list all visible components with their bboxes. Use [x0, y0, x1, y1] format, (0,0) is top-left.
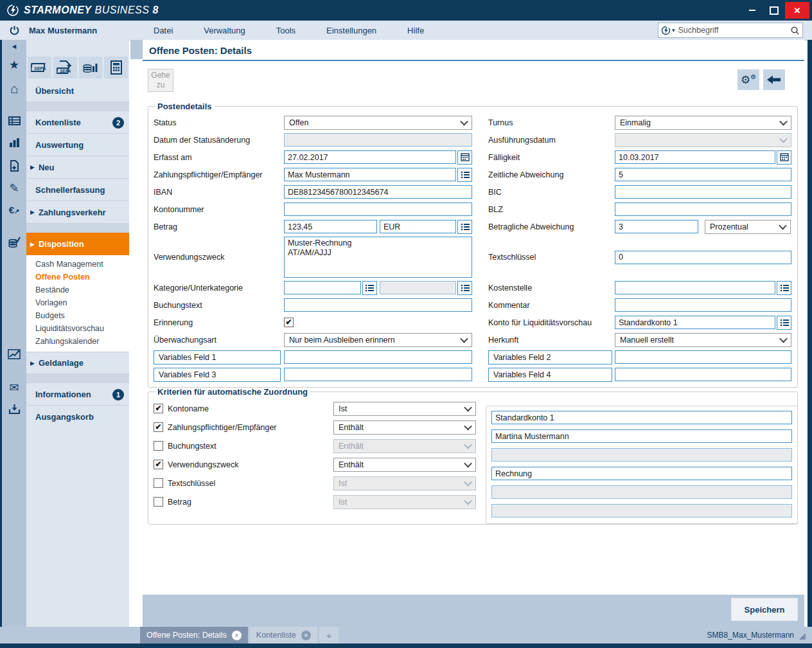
kostenstelle-input[interactable]: [615, 281, 775, 294]
kontonummer-input[interactable]: [284, 203, 472, 216]
favorites-star-icon[interactable]: ★: [2, 58, 26, 72]
submenu-vorlagen[interactable]: Vorlagen: [26, 296, 129, 309]
submenu-liquiditaetsvorschau[interactable]: Liquiditätsvorschau: [26, 322, 129, 335]
search-input[interactable]: [677, 25, 790, 35]
close-button[interactable]: ✕: [785, 2, 809, 19]
variables-feld-2-label[interactable]: Variables Feld 2: [488, 350, 612, 364]
maximize-button[interactable]: [763, 3, 785, 18]
erinnerung-checkbox[interactable]: ✔: [284, 318, 294, 327]
betrag-checkbox[interactable]: [154, 497, 163, 507]
home-icon[interactable]: ⌂: [2, 81, 26, 96]
menu-tools[interactable]: Tools: [276, 26, 296, 35]
sidebar-item-zahlungsverkehr[interactable]: ▶Zahlungsverkehr: [26, 201, 129, 224]
variables-feld-3-label[interactable]: Variables Feld 3: [154, 368, 281, 382]
kontoname-value-input[interactable]: [491, 411, 792, 424]
sepa-transfer-button[interactable]: SEPA: [28, 57, 51, 78]
lookup-list-button[interactable]: [457, 168, 472, 182]
zahlungspflichtiger-input[interactable]: [284, 168, 456, 181]
payments-euro-icon[interactable]: €↗: [2, 204, 26, 215]
lookup-list-button[interactable]: [457, 220, 472, 234]
buchungstext-input[interactable]: [284, 298, 472, 312]
ueberwachungsart-select[interactable]: Nur beim Ausbleiben erinnern: [284, 333, 472, 347]
menu-datei[interactable]: Datei: [154, 26, 173, 35]
quick-entry-pen-icon[interactable]: ✎: [2, 181, 26, 195]
abweichung-mode-select[interactable]: Prozentual: [705, 220, 791, 234]
search-box[interactable]: ▾: [658, 22, 803, 38]
disposition-coins-icon[interactable]: [2, 237, 26, 251]
resize-grip-icon[interactable]: [797, 631, 806, 640]
konto-liquiditaetsvorschau-input[interactable]: [615, 316, 775, 329]
close-tab-icon[interactable]: ×: [301, 631, 311, 640]
variables-feld-1-label[interactable]: Variables Feld 1: [154, 350, 281, 364]
betrag-input[interactable]: [284, 220, 377, 233]
new-document-icon[interactable]: [2, 160, 26, 174]
calendar-picker-button[interactable]: [457, 150, 472, 165]
variables-feld-4-label[interactable]: Variables Feld 4: [488, 368, 612, 382]
kategorie-input[interactable]: [284, 281, 361, 294]
settings-button[interactable]: ⚙⚙: [737, 69, 759, 90]
lookup-list-button[interactable]: [777, 281, 791, 295]
variables-feld-3-input[interactable]: [284, 368, 472, 381]
close-tab-icon[interactable]: ×: [232, 631, 242, 640]
save-button[interactable]: Speichern: [731, 598, 798, 621]
kontoname-operator-select[interactable]: Ist: [333, 402, 476, 416]
menu-hilfe[interactable]: Hilfe: [407, 26, 424, 35]
kontoname-checkbox[interactable]: ✔: [154, 404, 163, 413]
textschluessel-checkbox[interactable]: [154, 478, 163, 488]
variables-feld-1-input[interactable]: [284, 350, 472, 364]
sidebar-item-informationen[interactable]: Informationen1: [26, 383, 129, 406]
submenu-bestaende[interactable]: Bestände: [26, 284, 129, 296]
calendar-picker-button[interactable]: [777, 150, 791, 165]
sidebar-item-geldanlage[interactable]: ▶Geldanlage: [26, 352, 129, 374]
report-chart-icon[interactable]: [2, 138, 26, 150]
iban-input[interactable]: [284, 185, 472, 199]
submenu-budgets[interactable]: Budgets: [26, 309, 129, 322]
menu-einstellungen[interactable]: Einstellungen: [326, 26, 376, 35]
lookup-list-button[interactable]: [777, 316, 791, 330]
tab-kontenliste[interactable]: Kontenliste×: [250, 627, 317, 644]
investment-chart-icon[interactable]: [2, 348, 26, 363]
menu-verwaltung[interactable]: Verwaltung: [204, 26, 245, 35]
sidebar-item-schnellerfassung[interactable]: Schnellerfassung: [26, 179, 129, 201]
lookup-list-button[interactable]: [457, 281, 472, 295]
sepa-file-button[interactable]: SEPA: [53, 57, 77, 78]
verwendungszweck-checkbox[interactable]: ✔: [154, 460, 163, 469]
lookup-list-button[interactable]: [362, 281, 377, 295]
new-tab-button[interactable]: +: [319, 627, 339, 644]
status-select[interactable]: Offen: [284, 116, 472, 130]
outbox-tray-icon[interactable]: [2, 404, 26, 417]
tab-offene-posten-details[interactable]: Offene Posten: Details×: [140, 627, 248, 644]
minimize-button[interactable]: [741, 3, 763, 18]
zahlungspflichtiger-checkbox[interactable]: ✔: [154, 422, 163, 432]
verwendungszweck-operator-select[interactable]: Enthält: [333, 458, 476, 472]
messages-envelope-icon[interactable]: ✉: [2, 381, 26, 395]
zahlungspflichtiger-value-input[interactable]: [491, 429, 792, 443]
waehrung-input[interactable]: [380, 220, 456, 233]
betragliche-abweichung-input[interactable]: [615, 220, 698, 233]
sidebar-item-kontenliste[interactable]: Kontenliste2: [26, 111, 129, 134]
search-icon[interactable]: [790, 26, 800, 35]
submenu-offene-posten[interactable]: Offene Posten: [26, 271, 129, 284]
submenu-cash-management[interactable]: Cash Management: [26, 258, 129, 271]
splitter-handle[interactable]: [130, 40, 143, 59]
erfasst-am-input[interactable]: [284, 150, 456, 164]
coins-chart-button[interactable]: [79, 57, 103, 78]
logout-button[interactable]: [9, 25, 20, 36]
submenu-zahlungskalender[interactable]: Zahlungskalender: [26, 335, 129, 348]
bic-input[interactable]: [615, 185, 791, 199]
account-list-icon[interactable]: [2, 116, 26, 129]
verwendungszweck-textarea[interactable]: Muster-Rechnung AT/AM/AJJJ: [284, 237, 472, 278]
collapse-sidebar-icon[interactable]: ◄: [2, 42, 26, 50]
sidebar-item-uebersicht[interactable]: Übersicht: [26, 80, 129, 102]
variables-feld-4-input[interactable]: [615, 368, 791, 381]
back-button[interactable]: [763, 69, 785, 90]
faelligkeit-input[interactable]: [615, 150, 775, 164]
calculator-button[interactable]: [104, 57, 128, 78]
turnus-select[interactable]: Einmalig: [615, 116, 791, 130]
zahlungspflichtiger-operator-select[interactable]: Enthält: [333, 420, 476, 435]
sidebar-item-auswertung[interactable]: Auswertung: [26, 134, 129, 156]
kommentar-input[interactable]: [615, 298, 791, 312]
goto-button[interactable]: Gehe zu: [148, 69, 173, 92]
textschluessel-input[interactable]: [615, 251, 791, 264]
search-scope-caret-icon[interactable]: ▾: [672, 27, 675, 33]
